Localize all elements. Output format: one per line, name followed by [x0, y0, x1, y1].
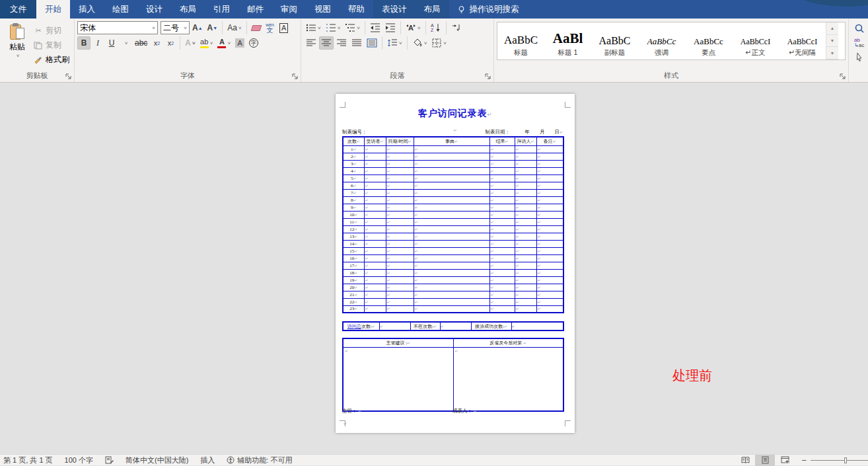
enclose-characters-button[interactable]: 字: [247, 36, 260, 50]
table-cell[interactable]: ↵: [536, 254, 563, 262]
find-button[interactable]: [854, 24, 865, 34]
paste-dropdown-caret[interactable]: ˅: [17, 53, 20, 59]
table-cell[interactable]: ↵: [489, 247, 515, 254]
table-cell[interactable]: ↵: [536, 160, 563, 167]
table-cell[interactable]: ↵: [414, 204, 489, 211]
success-count-cell[interactable]: 接洽成功次数:↵: [471, 322, 511, 330]
row-number-cell[interactable]: 18↵: [343, 269, 364, 276]
tell-me-search[interactable]: 操作说明搜索: [449, 0, 527, 19]
table-cell[interactable]: ↵: [489, 233, 515, 240]
style-heading1[interactable]: AaBl标题 1: [544, 22, 591, 59]
style-normal[interactable]: AaBbCcI↵正文: [732, 22, 779, 59]
table-cell[interactable]: ↵: [386, 254, 414, 262]
table-cell[interactable]: ↵: [515, 204, 536, 211]
table-cell[interactable]: ↵: [515, 276, 536, 284]
visit-total-cell[interactable]: 访问总次数:↵: [343, 322, 379, 330]
table-cell[interactable]: ↵: [536, 145, 563, 153]
preparer-sign-label[interactable]: 填表人： ↵: [452, 408, 477, 414]
font-dialog-launcher[interactable]: [292, 73, 299, 80]
row-number-cell[interactable]: 17↵: [343, 262, 364, 269]
table-cell[interactable]: ↵: [364, 225, 386, 233]
table-cell[interactable]: ↵: [386, 182, 414, 189]
row-number-cell[interactable]: 7↵: [343, 189, 364, 196]
table-cell[interactable]: ↵: [515, 182, 536, 189]
table-cell[interactable]: ↵: [364, 189, 386, 196]
table-cell[interactable]: ↵: [414, 262, 489, 269]
table-cell[interactable]: ↵: [515, 225, 536, 233]
superscript-button[interactable]: x2: [164, 36, 177, 50]
document-title[interactable]: 客户访问记录表↵: [336, 108, 575, 120]
strikethrough-button[interactable]: abc: [133, 36, 149, 50]
row-number-cell[interactable]: 21↵: [343, 291, 364, 298]
table-cell[interactable]: ↵: [386, 305, 414, 313]
table-cell[interactable]: ↵: [414, 247, 489, 254]
row-number-cell[interactable]: 23↵: [343, 305, 364, 313]
header-cell[interactable]: 结果↵: [489, 137, 515, 145]
table-cell[interactable]: ↵: [515, 269, 536, 276]
table-cell[interactable]: ↵: [364, 233, 386, 240]
clipboard-dialog-launcher[interactable]: [65, 73, 72, 80]
table-cell[interactable]: ↵: [536, 291, 563, 298]
form-date-label[interactable]: 制表日期： 年 月 日↵: [485, 129, 563, 136]
distribute-button[interactable]: [365, 36, 379, 50]
page-number-indicator[interactable]: 第 1 页, 共 1 页: [3, 455, 53, 465]
form-number-label[interactable]: 制表编号：: [342, 129, 367, 136]
header-cell[interactable]: 备注↵: [536, 137, 563, 145]
read-mode-button[interactable]: [735, 455, 755, 466]
proofing-status[interactable]: [105, 456, 114, 464]
table-cell[interactable]: ↵: [386, 167, 414, 175]
style-strong[interactable]: AaBbCc要点: [685, 22, 732, 59]
header-cell[interactable]: 事由↵: [414, 137, 489, 145]
table-cell[interactable]: ↵: [536, 284, 563, 291]
document-page[interactable]: 客户访问记录表↵ ↵ 制表编号： 制表日期： 年 月 日↵ 次数↵ 受访者↵ 日…: [336, 94, 575, 433]
table-cell[interactable]: ↵: [414, 240, 489, 247]
table-cell[interactable]: ↵: [386, 218, 414, 225]
table-cell[interactable]: ↵: [515, 291, 536, 298]
phonetic-guide-button[interactable]: wén文: [264, 21, 277, 34]
table-cell[interactable]: ↵: [386, 233, 414, 240]
copy-button[interactable]: 复制: [32, 39, 71, 52]
table-cell[interactable]: ↵: [536, 240, 563, 247]
table-cell[interactable]: ↵: [489, 305, 515, 313]
table-cell[interactable]: ↵: [536, 218, 563, 225]
table-cell[interactable]: ↵: [515, 298, 536, 305]
asian-layout-button[interactable]: A˅: [404, 21, 423, 34]
underline-dropdown[interactable]: ˅: [119, 36, 132, 50]
language-indicator[interactable]: 简体中文(中国大陆): [126, 455, 188, 465]
font-color-button[interactable]: A˅: [215, 36, 233, 50]
table-cell[interactable]: ↵: [386, 284, 414, 291]
table-cell[interactable]: ↵: [489, 276, 515, 284]
table-cell[interactable]: ↵: [414, 298, 489, 305]
row-number-cell[interactable]: 12↵: [343, 225, 364, 233]
table-cell[interactable]: ↵: [414, 218, 489, 225]
styles-scroll-down[interactable]: ▼: [826, 35, 838, 48]
table-cell[interactable]: ↵: [489, 254, 515, 262]
align-left-button[interactable]: [304, 36, 318, 50]
row-number-cell[interactable]: 16↵: [343, 254, 364, 262]
row-number-cell[interactable]: 10↵: [343, 211, 364, 218]
shrink-font-button[interactable]: A▼: [205, 21, 220, 34]
table-cell[interactable]: ↵: [414, 182, 489, 189]
table-cell[interactable]: ↵: [489, 167, 515, 175]
numbering-button[interactable]: ˅: [324, 21, 343, 34]
table-cell[interactable]: ↵: [515, 175, 536, 182]
table-cell[interactable]: ↵: [386, 189, 414, 196]
table-cell[interactable]: ↵: [515, 196, 536, 204]
web-layout-button[interactable]: [775, 455, 795, 466]
print-layout-button[interactable]: [755, 455, 775, 466]
table-cell[interactable]: ↵: [489, 225, 515, 233]
style-emphasis[interactable]: AaBbCc强调: [638, 22, 685, 59]
row-number-cell[interactable]: 11↵: [343, 218, 364, 225]
style-subtitle[interactable]: AaBbC副标题: [591, 22, 638, 59]
table-cell[interactable]: ↵: [364, 211, 386, 218]
table-cell[interactable]: ↵: [536, 211, 563, 218]
table-cell[interactable]: ↵: [414, 211, 489, 218]
row-number-cell[interactable]: 15↵: [343, 247, 364, 254]
styles-gallery-more[interactable]: ▼: [826, 47, 838, 59]
table-cell[interactable]: ↵: [364, 284, 386, 291]
paragraph-dialog-launcher[interactable]: [485, 73, 491, 80]
table-cell[interactable]: ↵: [515, 240, 536, 247]
tab-references[interactable]: 引用: [205, 0, 238, 19]
table-cell[interactable]: ↵: [489, 298, 515, 305]
table-cell[interactable]: ↵: [364, 269, 386, 276]
